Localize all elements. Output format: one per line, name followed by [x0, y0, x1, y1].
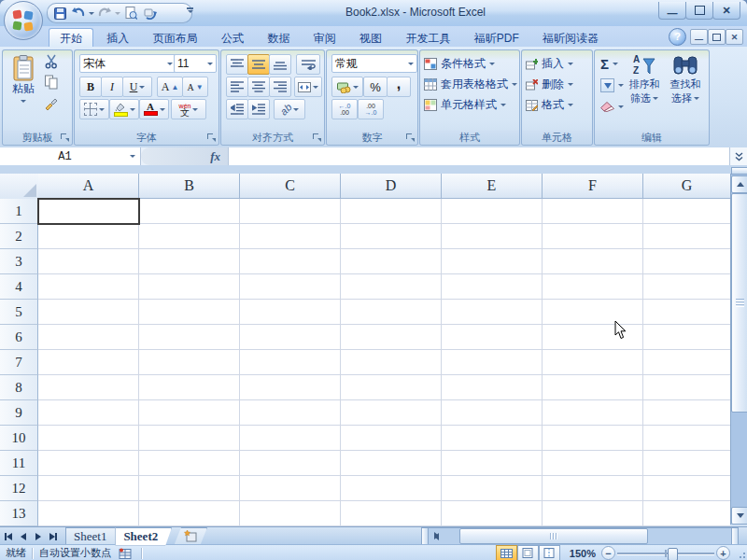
format-cells-button[interactable]: 格式 [526, 95, 573, 115]
zoom-level[interactable]: 150% [570, 548, 596, 559]
column-header-G[interactable]: G [643, 174, 731, 199]
tab-formulas[interactable]: 公式 [211, 29, 254, 48]
font-dialog-launcher[interactable] [207, 133, 217, 143]
help-button[interactable]: ? [669, 28, 686, 46]
sort-filter-button[interactable]: A Z 排序和 筛选 [625, 52, 664, 127]
save-button[interactable] [51, 6, 68, 21]
borders-button[interactable] [79, 99, 109, 119]
align-bottom-button[interactable] [269, 54, 291, 75]
row-header-8[interactable]: 8 [0, 375, 38, 400]
row-header-11[interactable]: 11 [0, 451, 38, 476]
tab-review[interactable]: 审阅 [303, 29, 346, 48]
sheet-tab-sheet1[interactable]: Sheet1 [65, 527, 120, 546]
formula-input[interactable] [229, 147, 729, 165]
workbook-close-button[interactable]: ✕ [726, 29, 743, 45]
align-middle-button[interactable] [247, 54, 270, 75]
format-painter-button[interactable] [44, 95, 59, 110]
column-header-F[interactable]: F [543, 174, 643, 199]
alignment-dialog-launcher[interactable] [313, 133, 322, 143]
workbook-minimize-button[interactable]: — [690, 29, 708, 45]
wrap-text-button[interactable] [296, 54, 320, 75]
column-header-E[interactable]: E [442, 174, 543, 199]
orientation-button[interactable]: ab [274, 99, 305, 119]
zoom-slider[interactable] [617, 546, 714, 560]
office-button[interactable] [4, 1, 43, 40]
print-preview-button[interactable] [122, 6, 139, 21]
expand-formula-bar-button[interactable] [729, 147, 747, 165]
percent-style-button[interactable]: % [363, 77, 388, 97]
scroll-right-button[interactable] [429, 528, 444, 542]
customize-qat-button[interactable] [187, 7, 193, 13]
previous-sheet-button[interactable] [16, 529, 30, 543]
zoom-in-button[interactable]: + [716, 546, 730, 560]
tab-data[interactable]: 数据 [257, 29, 300, 48]
cell-styles-button[interactable]: 单元格样式 [424, 95, 506, 115]
zoom-slider-thumb[interactable] [668, 548, 678, 560]
row-header-7[interactable]: 7 [0, 350, 38, 375]
sheet-tab-sheet2[interactable]: Sheet2 [115, 527, 172, 546]
selected-cell-A1[interactable] [37, 198, 140, 225]
paste-button[interactable]: 粘贴 [6, 53, 41, 126]
cut-button[interactable] [44, 54, 59, 69]
fill-color-button[interactable] [109, 99, 139, 119]
tab-insert[interactable]: 插入 [96, 29, 139, 48]
row-header-13[interactable]: 13 [0, 501, 38, 526]
format-as-table-button[interactable]: 套用表格格式 [424, 75, 517, 94]
tab-foxit-reader[interactable]: 福昕阅读器 [532, 29, 609, 48]
zoom-out-button[interactable]: − [601, 546, 615, 560]
conditional-formatting-button[interactable]: 条件格式 [424, 54, 495, 74]
clear-button[interactable] [600, 97, 624, 117]
row-header-10[interactable]: 10 [0, 426, 38, 451]
vertical-split-handle[interactable] [731, 167, 747, 175]
merge-center-button[interactable] [294, 77, 322, 97]
decrease-decimal-button[interactable]: .00 →.0 [358, 99, 384, 119]
column-header-D[interactable]: D [341, 174, 442, 199]
proofing-tool-button[interactable] [141, 6, 158, 21]
insert-function-button[interactable]: fx [141, 147, 229, 165]
align-center-button[interactable] [247, 77, 270, 97]
row-header-12[interactable]: 12 [0, 476, 38, 501]
grow-font-button[interactable]: A▲ [157, 77, 183, 97]
tab-home[interactable]: 开始 [49, 28, 93, 48]
column-header-A[interactable]: A [38, 174, 139, 199]
chevron-down-icon[interactable] [130, 155, 135, 158]
row-header-9[interactable]: 9 [0, 400, 38, 426]
row-header-1[interactable]: 1 [0, 199, 38, 224]
italic-button[interactable]: I [101, 77, 123, 97]
window-close-button[interactable]: ✕ [712, 2, 740, 20]
increase-indent-button[interactable] [247, 99, 270, 119]
number-dialog-launcher[interactable] [406, 133, 416, 143]
number-format-select[interactable]: 常规 [331, 54, 417, 73]
vertical-scrollbar[interactable] [730, 174, 747, 525]
horizontal-scroll-thumb[interactable] [459, 528, 648, 544]
row-header-2[interactable]: 2 [0, 224, 38, 249]
tab-foxit-pdf[interactable]: 福昕PDF [464, 29, 529, 48]
tab-developer[interactable]: 开发工具 [395, 29, 460, 48]
redo-button[interactable] [96, 6, 113, 21]
page-break-preview-button[interactable] [539, 545, 560, 560]
last-sheet-button[interactable] [46, 529, 60, 543]
decrease-indent-button[interactable] [226, 99, 248, 119]
autosum-button[interactable]: Σ [600, 54, 618, 74]
name-box[interactable]: A1 [0, 147, 141, 165]
scrollbar-split-handle[interactable] [731, 527, 739, 545]
increase-decimal-button[interactable]: ←.0 .00 [331, 99, 358, 119]
row-header-3[interactable]: 3 [0, 249, 38, 274]
column-header-B[interactable]: B [139, 174, 240, 199]
comma-style-button[interactable]: , [387, 77, 411, 97]
first-sheet-button[interactable] [1, 529, 15, 543]
row-header-6[interactable]: 6 [0, 325, 38, 350]
normal-view-button[interactable] [496, 545, 517, 560]
vertical-scroll-thumb[interactable] [731, 193, 747, 413]
select-all-button[interactable] [0, 174, 39, 200]
accounting-format-button[interactable] [331, 77, 363, 97]
phonetic-guide-button[interactable]: wén 文 [171, 99, 206, 119]
underline-button[interactable]: U [122, 77, 152, 97]
page-layout-view-button[interactable] [517, 545, 539, 560]
insert-cells-button[interactable]: 插入 [526, 54, 573, 74]
font-color-button[interactable]: A [139, 99, 169, 119]
align-left-button[interactable] [226, 77, 248, 97]
align-right-button[interactable] [269, 77, 291, 97]
macro-record-button[interactable] [119, 548, 132, 559]
window-restore-button[interactable] [685, 2, 713, 20]
